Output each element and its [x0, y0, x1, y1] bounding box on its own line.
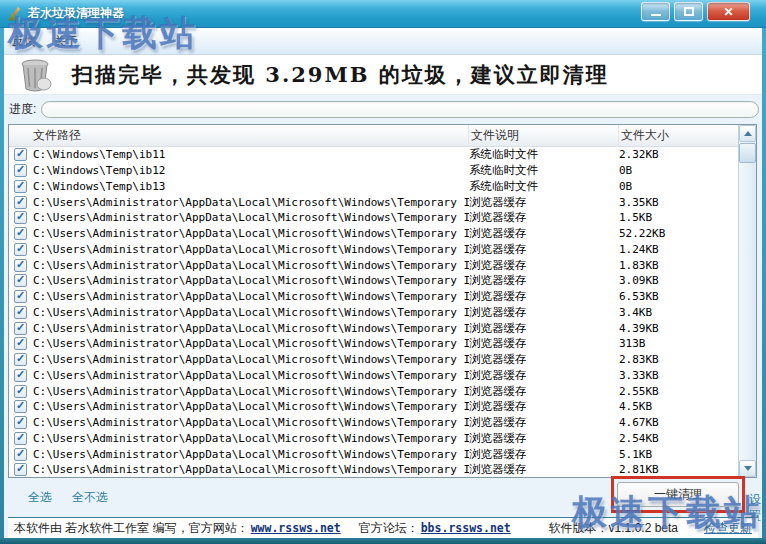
- file-description-cell: 浏览器缓存: [469, 431, 619, 446]
- file-description-cell: 浏览器缓存: [469, 352, 619, 367]
- table-row[interactable]: C:\Users\Administrator\AppData\Local\Mic…: [9, 352, 738, 368]
- scroll-down-button[interactable]: [739, 460, 756, 477]
- table-row[interactable]: C:\Users\Administrator\AppData\Local\Mic…: [9, 399, 738, 415]
- minimize-icon: [651, 14, 661, 16]
- row-checkbox[interactable]: [14, 353, 27, 366]
- row-checkbox[interactable]: [14, 322, 27, 335]
- row-checkbox[interactable]: [14, 211, 27, 224]
- minimize-button[interactable]: [641, 2, 670, 21]
- table-row[interactable]: C:\Users\Administrator\AppData\Local\Mic…: [9, 415, 738, 431]
- file-path-cell: C:\Users\Administrator\AppData\Local\Mic…: [33, 385, 469, 398]
- file-size-cell: 0B: [619, 164, 738, 177]
- statusbar-left: 本软件由 若水软件工作室 编写，官方网站： www.rssws.net 官方论坛…: [14, 520, 511, 537]
- table-row[interactable]: C:\Users\Administrator\AppData\Local\Mic…: [9, 273, 738, 289]
- file-size-cell: 4.39KB: [619, 322, 738, 335]
- table-row[interactable]: C:\Users\Administrator\AppData\Local\Mic…: [9, 289, 738, 305]
- table-row[interactable]: C:\Users\Administrator\AppData\Local\Mic…: [9, 210, 738, 226]
- footer-bar: 全选 全不选 一键清理 设置: [8, 478, 758, 517]
- forum-link[interactable]: bbs.rssws.net: [421, 521, 511, 535]
- row-checkbox[interactable]: [14, 369, 27, 382]
- clean-button[interactable]: 一键清理: [617, 482, 739, 507]
- website-link[interactable]: www.rssws.net: [251, 521, 341, 535]
- row-checkbox[interactable]: [14, 432, 27, 445]
- table-row[interactable]: C:\Users\Administrator\AppData\Local\Mic…: [9, 462, 738, 477]
- table-row[interactable]: C:\Users\Administrator\AppData\Local\Mic…: [9, 257, 738, 273]
- table-row[interactable]: C:\Users\Administrator\AppData\Local\Mic…: [9, 305, 738, 321]
- file-size-cell: 6.53KB: [619, 290, 738, 303]
- select-none-link[interactable]: 全不选: [72, 489, 108, 506]
- file-description-cell: 系统临时文件: [469, 147, 619, 162]
- row-checkbox[interactable]: [14, 164, 27, 177]
- file-path-cell: C:\Users\Administrator\AppData\Local\Mic…: [33, 306, 469, 319]
- row-checkbox[interactable]: [14, 385, 27, 398]
- selection-links: 全选 全不选: [28, 489, 108, 506]
- row-checkbox[interactable]: [14, 463, 27, 476]
- menu-item-about[interactable]: 关于: [54, 33, 78, 50]
- table-row[interactable]: C:\Users\Administrator\AppData\Local\Mic…: [9, 320, 738, 336]
- file-description-cell: 浏览器缓存: [469, 399, 619, 414]
- file-path-cell: C:\Users\Administrator\AppData\Local\Mic…: [33, 243, 469, 256]
- window-frame-bottom: [0, 538, 766, 544]
- row-checkbox[interactable]: [14, 448, 27, 461]
- row-checkbox[interactable]: [14, 259, 27, 272]
- highlight-annotation: 一键清理: [611, 476, 745, 513]
- menu-item-feedback[interactable]: 反馈: [12, 33, 36, 50]
- file-path-cell: C:\Users\Administrator\AppData\Local\Mic…: [33, 463, 469, 476]
- file-description-cell: 浏览器缓存: [469, 415, 619, 430]
- file-path-cell: C:\Users\Administrator\AppData\Local\Mic…: [33, 259, 469, 272]
- column-header-description[interactable]: 文件说明: [469, 125, 619, 146]
- table-row[interactable]: C:\Users\Administrator\AppData\Local\Mic…: [9, 368, 738, 384]
- scrollbar-thumb[interactable]: [739, 143, 756, 163]
- row-checkbox[interactable]: [14, 416, 27, 429]
- row-checkbox[interactable]: [14, 243, 27, 256]
- table-row[interactable]: C:\Windows\Temp\ib11 系统临时文件 2.32KB: [9, 147, 738, 163]
- table-row[interactable]: C:\Users\Administrator\AppData\Local\Mic…: [9, 242, 738, 258]
- scan-result-message: 扫描完毕，共发现 3.29MB 的垃圾，建议立即清理: [72, 61, 609, 89]
- file-description-cell: 浏览器缓存: [469, 289, 619, 304]
- row-checkbox[interactable]: [14, 400, 27, 413]
- select-all-link[interactable]: 全选: [28, 489, 52, 506]
- file-path-cell: C:\Users\Administrator\AppData\Local\Mic…: [33, 196, 469, 209]
- file-path-cell: C:\Windows\Temp\ib12: [33, 164, 469, 177]
- window-frame-left: [0, 28, 4, 544]
- file-size-cell: 2.55KB: [619, 385, 738, 398]
- scroll-up-button[interactable]: [739, 125, 756, 142]
- row-checkbox[interactable]: [14, 306, 27, 319]
- file-description-cell: 浏览器缓存: [469, 336, 619, 351]
- row-checkbox[interactable]: [14, 148, 27, 161]
- row-checkbox[interactable]: [14, 290, 27, 303]
- scan-result-banner: 扫描完毕，共发现 3.29MB 的垃圾，建议立即清理: [4, 55, 762, 95]
- file-path-cell: C:\Users\Administrator\AppData\Local\Mic…: [33, 274, 469, 287]
- vertical-scrollbar[interactable]: [738, 125, 756, 477]
- row-checkbox[interactable]: [14, 337, 27, 350]
- column-header-path[interactable]: 文件路径: [9, 125, 469, 146]
- titlebar[interactable]: 若水垃圾清理神器 ✕: [0, 0, 766, 28]
- row-checkbox[interactable]: [14, 274, 27, 287]
- file-path-cell: C:\Windows\Temp\ib11: [33, 148, 469, 161]
- table-row[interactable]: C:\Users\Administrator\AppData\Local\Mic…: [9, 226, 738, 242]
- row-checkbox[interactable]: [14, 227, 27, 240]
- version-text: 软件版本：v1.1.0.2 beta: [549, 520, 678, 537]
- row-checkbox[interactable]: [14, 196, 27, 209]
- progress-label: 进度:: [9, 101, 36, 118]
- trash-icon: [18, 58, 54, 92]
- maximize-button[interactable]: [674, 2, 703, 21]
- check-update-link[interactable]: 检查更新: [704, 520, 752, 537]
- column-header-size[interactable]: 文件大小: [619, 125, 738, 146]
- window-frame-right: [762, 28, 766, 544]
- file-description-cell: 浏览器缓存: [469, 210, 619, 225]
- file-path-cell: C:\Users\Administrator\AppData\Local\Mic…: [33, 290, 469, 303]
- table-row[interactable]: C:\Users\Administrator\AppData\Local\Mic…: [9, 336, 738, 352]
- table-row[interactable]: C:\Users\Administrator\AppData\Local\Mic…: [9, 194, 738, 210]
- table-row[interactable]: C:\Users\Administrator\AppData\Local\Mic…: [9, 431, 738, 447]
- file-size-cell: 3.33KB: [619, 369, 738, 382]
- table-row[interactable]: C:\Users\Administrator\AppData\Local\Mic…: [9, 383, 738, 399]
- row-checkbox[interactable]: [14, 180, 27, 193]
- table-row[interactable]: C:\Windows\Temp\ib13 系统临时文件 0B: [9, 179, 738, 195]
- table-row[interactable]: C:\Windows\Temp\ib12 系统临时文件 0B: [9, 163, 738, 179]
- close-button[interactable]: ✕: [707, 2, 750, 21]
- progress-bar: [41, 101, 759, 118]
- table-row[interactable]: C:\Users\Administrator\AppData\Local\Mic…: [9, 446, 738, 462]
- window-controls: ✕: [641, 2, 750, 21]
- file-description-cell: 浏览器缓存: [469, 462, 619, 477]
